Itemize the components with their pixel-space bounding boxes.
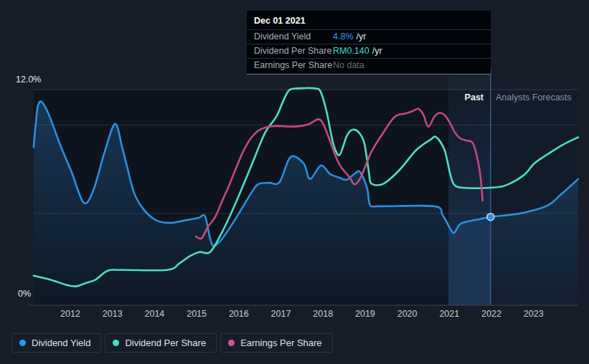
tooltip-bottom-divider <box>247 74 491 75</box>
x-axis-label-2013: 2013 <box>97 309 128 319</box>
tooltip-row-value: RM0.140 <box>333 46 369 57</box>
tooltip-row: Earnings Per ShareNo data <box>247 58 491 72</box>
chart-legend: Dividend YieldDividend Per ShareEarnings… <box>11 333 333 353</box>
x-axis-label-2021: 2021 <box>433 309 465 319</box>
tooltip-row-label: Earnings Per Share <box>254 60 333 71</box>
legend-color-dot-icon <box>228 340 235 346</box>
legend-color-dot-icon <box>113 340 119 346</box>
x-axis-label-2018: 2018 <box>307 309 339 319</box>
x-axis-label-2023: 2023 <box>518 309 550 319</box>
legend-item-label: Dividend Yield <box>32 337 90 348</box>
x-axis-label-2020: 2020 <box>392 309 423 319</box>
tooltip-row-label: Dividend Per Share <box>254 46 333 57</box>
legend-item-earnings-per-share[interactable]: Earnings Per Share <box>220 333 332 353</box>
tooltip-row: Dividend Yield4.8%/yr <box>247 29 491 44</box>
chart-tooltip: Dec 01 2021 Dividend Yield4.8%/yrDividen… <box>247 11 491 75</box>
x-axis-label-2017: 2017 <box>265 309 297 319</box>
x-axis-label-2022: 2022 <box>476 309 507 319</box>
legend-item-label: Dividend Per Share <box>125 337 206 348</box>
tooltip-rows: Dividend Yield4.8%/yrDividend Per ShareR… <box>247 29 491 72</box>
x-axis-label-2016: 2016 <box>223 309 255 319</box>
dividend-yield-marker-dot <box>487 214 494 221</box>
legend-item-label: Earnings Per Share <box>240 337 321 348</box>
past-region-label: Past <box>465 92 484 102</box>
x-axis-label-2015: 2015 <box>181 309 212 319</box>
tooltip-row: Dividend Per ShareRM0.140/yr <box>247 44 491 58</box>
legend-item-dividend-yield[interactable]: Dividend Yield <box>11 333 101 353</box>
tooltip-row-unit: /yr <box>372 46 382 57</box>
x-axis-label-2012: 2012 <box>55 309 86 319</box>
tooltip-row-value: 4.8% <box>333 32 354 42</box>
tooltip-row-label: Dividend Yield <box>254 32 333 42</box>
y-axis-label-top: 12.0% <box>16 75 41 85</box>
dividend-history-chart: 12.0% 0% 2012201320142015201620172018201… <box>0 0 589 364</box>
x-axis-label-2019: 2019 <box>349 309 381 319</box>
tooltip-date: Dec 01 2021 <box>247 11 491 29</box>
y-axis-label-bottom: 0% <box>18 289 31 299</box>
tooltip-row-unit: /yr <box>357 32 367 42</box>
tooltip-row-value: No data <box>333 60 364 71</box>
x-axis-label-2014: 2014 <box>138 309 170 319</box>
forecast-region-label: Analysts Forecasts <box>496 92 572 102</box>
legend-color-dot-icon <box>19 340 26 346</box>
legend-item-dividend-per-share[interactable]: Dividend Per Share <box>105 333 217 353</box>
